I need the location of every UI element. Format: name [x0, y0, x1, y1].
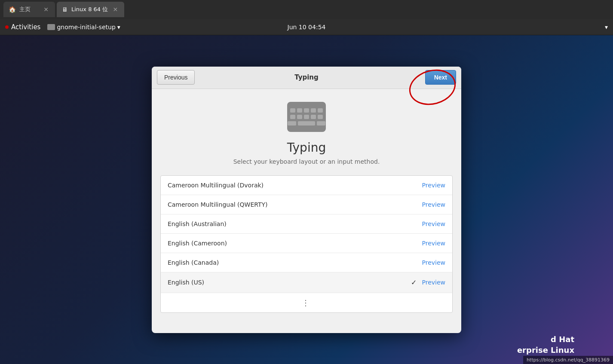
- next-button[interactable]: Next: [425, 70, 456, 85]
- layout-list: Cameroon Multilingual (Dvorak) Preview C…: [160, 175, 453, 313]
- more-dots-icon: ⋮: [302, 298, 311, 307]
- branding-line1: d Hat: [517, 334, 574, 345]
- topbar-clock: Jun 10 04:54: [288, 24, 326, 31]
- dialog-header-title: Typing: [294, 73, 319, 81]
- tab-linux-close[interactable]: ✕: [111, 6, 119, 13]
- layout-row[interactable]: Cameroon Multilingual (Dvorak) Preview: [161, 176, 452, 195]
- layout-name: English (US): [168, 279, 204, 286]
- layout-row[interactable]: English (Canada) Preview: [161, 253, 452, 272]
- layout-row-left: English (Canada): [168, 259, 219, 266]
- layout-row[interactable]: English (Australian) Preview: [161, 214, 452, 234]
- topbar-right: ▾: [605, 24, 608, 31]
- layout-row-left: English (Australian): [168, 220, 227, 227]
- datetime-label: Jun 10 04:54: [288, 24, 326, 31]
- activities-label: Activities: [11, 23, 40, 31]
- tab-home-label: 主页: [19, 6, 31, 13]
- bottom-url-text: https://blog.csdn.net/qq_38891369: [527, 357, 610, 363]
- layout-name: English (Australian): [168, 220, 227, 227]
- activities-dot: [5, 25, 9, 29]
- tab-home[interactable]: 🏠 主页 ✕: [3, 2, 55, 17]
- redhat-branding: d Hat erprise Linux: [517, 334, 574, 355]
- home-icon: 🏠: [9, 6, 16, 13]
- preview-link[interactable]: Preview: [422, 259, 446, 266]
- dialog-header: Previous Typing Next: [152, 67, 461, 89]
- activities-button[interactable]: Activities: [5, 23, 40, 31]
- topbar-left: Activities gnome-initial-setup ▾: [5, 23, 120, 31]
- more-dots[interactable]: ⋮: [161, 293, 452, 312]
- dropdown-arrow-icon: ▾: [117, 24, 120, 31]
- tab-home-close[interactable]: ✕: [42, 6, 50, 13]
- key: [297, 115, 302, 119]
- key-row-3: [288, 121, 325, 125]
- preview-link[interactable]: Preview: [422, 240, 446, 247]
- linux-icon: 🖥: [62, 6, 68, 13]
- typing-dialog: Previous Typing Next: [152, 67, 461, 333]
- typing-subtitle: Select your keyboard layout or an input …: [233, 158, 380, 165]
- layout-row-right: ✓ Preview: [411, 278, 445, 287]
- key: [311, 115, 316, 119]
- previous-button[interactable]: Previous: [157, 70, 195, 85]
- gnome-topbar: Activities gnome-initial-setup ▾ Jun 10 …: [0, 19, 613, 35]
- layout-name: Cameroon Multilingual (QWERTY): [168, 201, 268, 208]
- layout-row-left: Cameroon Multilingual (Dvorak): [168, 182, 264, 189]
- key: [290, 115, 295, 119]
- bottom-url-bar: https://blog.csdn.net/qq_38891369: [523, 356, 613, 364]
- preview-link[interactable]: Preview: [422, 220, 446, 227]
- key: [318, 115, 323, 119]
- layout-row-left: Cameroon Multilingual (QWERTY): [168, 201, 268, 208]
- key-row-1: [290, 108, 323, 113]
- layout-row[interactable]: Cameroon Multilingual (QWERTY) Preview: [161, 195, 452, 214]
- key: [318, 108, 323, 113]
- layout-row-left: English (US): [168, 279, 204, 286]
- preview-link[interactable]: Preview: [422, 201, 446, 208]
- key-space: [298, 121, 315, 125]
- app-name-menu[interactable]: gnome-initial-setup ▾: [47, 24, 120, 31]
- preview-link[interactable]: Preview: [422, 182, 446, 189]
- typing-heading: Typing: [287, 141, 326, 155]
- branding-line2: erprise Linux: [517, 345, 574, 355]
- key-wide: [317, 121, 325, 125]
- layout-name: Cameroon Multilingual (Dvorak): [168, 182, 264, 189]
- preview-link[interactable]: Preview: [422, 279, 446, 286]
- system-tray: ▾: [605, 24, 608, 31]
- app-icon: [47, 24, 55, 30]
- key-row-2: [290, 115, 323, 119]
- layout-row[interactable]: English (Cameroon) Preview: [161, 234, 452, 253]
- tab-linux[interactable]: 🖥 Linux 8 64 位 ✕: [57, 2, 124, 17]
- layout-row-selected[interactable]: English (US) ✓ Preview: [161, 272, 452, 293]
- app-name-label: gnome-initial-setup: [57, 24, 115, 31]
- dialog-body: Typing Select your keyboard layout or an…: [152, 89, 461, 321]
- layout-name: English (Canada): [168, 259, 219, 266]
- desktop: Previous Typing Next: [0, 35, 613, 364]
- key: [304, 115, 309, 119]
- layout-row-left: English (Cameroon): [168, 240, 227, 247]
- key: [311, 108, 316, 113]
- tab-linux-label: Linux 8 64 位: [71, 6, 108, 13]
- key: [290, 108, 295, 113]
- layout-name: English (Cameroon): [168, 240, 227, 247]
- key: [304, 108, 309, 113]
- selected-checkmark: ✓: [411, 278, 417, 287]
- key: [297, 108, 302, 113]
- browser-tabs: 🏠 主页 ✕ 🖥 Linux 8 64 位 ✕: [0, 0, 613, 19]
- keyboard-icon: [287, 102, 326, 132]
- key-wide: [288, 121, 296, 125]
